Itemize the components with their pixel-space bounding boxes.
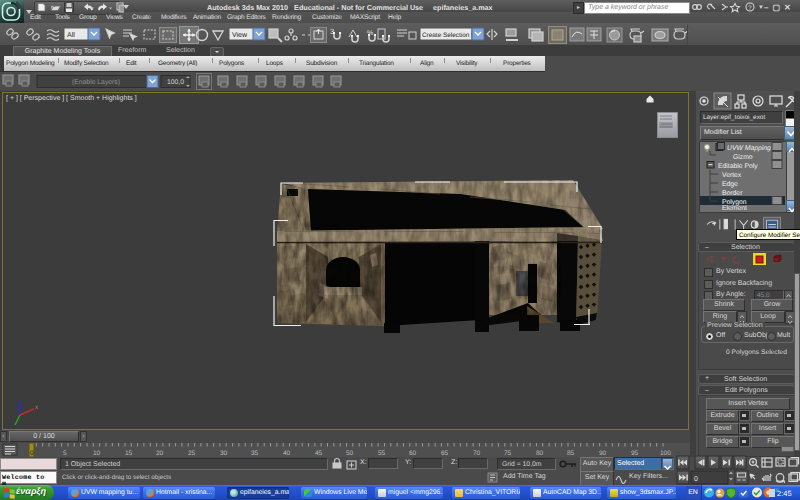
svg-text:45: 45 (315, 450, 323, 457)
svg-text:0: 0 (694, 476, 698, 483)
svg-text:All: All (67, 31, 75, 39)
svg-text:Gizmo: Gizmo (733, 154, 753, 161)
svg-text:x: x (35, 405, 38, 411)
svg-text:Polygon: Polygon (722, 199, 747, 206)
svg-text:Border: Border (722, 190, 743, 197)
svg-text:20: 20 (156, 450, 164, 457)
svg-text:UVW Mapping: UVW Mapping (727, 145, 771, 152)
svg-text:15: 15 (125, 450, 133, 457)
svg-text:View: View (232, 31, 248, 39)
svg-text:2:45: 2:45 (777, 489, 792, 498)
svg-text:70: 70 (473, 450, 481, 457)
svg-text:?: ? (748, 5, 752, 12)
svg-text:10: 10 (93, 450, 101, 457)
svg-text:95: 95 (631, 450, 639, 457)
svg-text:40: 40 (283, 450, 291, 457)
svg-text:5: 5 (63, 450, 67, 457)
svg-text:35: 35 (251, 450, 259, 457)
svg-text:100,0: 100,0 (167, 79, 184, 86)
svg-text:50: 50 (346, 450, 354, 457)
svg-text:100: 100 (660, 450, 671, 457)
svg-text:55: 55 (378, 450, 386, 457)
svg-text:Edge: Edge (722, 181, 738, 188)
svg-text:Element: Element (722, 205, 747, 211)
svg-text:%: % (367, 30, 373, 37)
svg-text:25: 25 (188, 450, 196, 457)
svg-text:0: 0 (30, 450, 34, 457)
svg-text:80: 80 (536, 450, 544, 457)
svg-text:90: 90 (599, 450, 607, 457)
svg-text:75: 75 (504, 450, 512, 457)
svg-text:85: 85 (567, 450, 575, 457)
svg-text:(Enable Layers): (Enable Layers) (72, 79, 120, 86)
svg-text:Vertex: Vertex (722, 172, 742, 179)
svg-text:65: 65 (441, 450, 449, 457)
svg-text:Create Selection S: Create Selection S (422, 32, 475, 39)
svg-text:Editable Poly: Editable Poly (718, 163, 758, 170)
svg-text:30: 30 (220, 450, 228, 457)
svg-text:60: 60 (409, 450, 417, 457)
